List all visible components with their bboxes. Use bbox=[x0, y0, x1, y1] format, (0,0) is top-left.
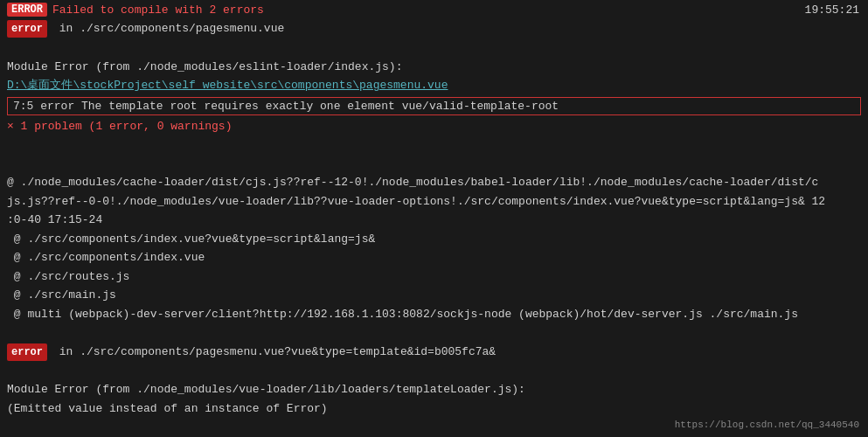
blank-line-2 bbox=[0, 135, 868, 155]
error-detail-box: 7:5 error The template root requires exa… bbox=[7, 97, 861, 115]
module-error-line: Module Error (from ./node_modules/eslint… bbox=[0, 58, 868, 77]
stack-line-2: :0-40 17:15-24 bbox=[0, 211, 868, 230]
timestamp: 19:55:21 bbox=[805, 3, 859, 17]
terminal-window: ERROR Failed to compile with 2 errors 19… bbox=[0, 0, 868, 437]
file-path: D:\桌面文件\stockProject\self_website\src\co… bbox=[7, 77, 448, 94]
stack-line-0: @ ./node_modules/cache-loader/dist/cjs.j… bbox=[0, 173, 868, 192]
blank-line-3 bbox=[0, 155, 868, 174]
top-error-bar: ERROR Failed to compile with 2 errors 19… bbox=[0, 0, 868, 19]
stack-line-5: @ ./src/routes.js bbox=[0, 267, 868, 287]
stack-line-4: @ ./src/components/index.vue bbox=[0, 248, 868, 267]
module-error-line-2: Module Error (from ./node_modules/vue-lo… bbox=[0, 380, 868, 399]
error-line-1: error in ./src/components/pagesmenu.vue bbox=[0, 19, 868, 38]
top-error-text: Failed to compile with 2 errors bbox=[52, 3, 264, 17]
module-error-text: Module Error (from ./node_modules/eslint… bbox=[7, 59, 402, 76]
error-text-1: in ./src/components/pagesmenu.vue bbox=[52, 20, 284, 38]
error-badge-2: error bbox=[7, 343, 47, 361]
x-problem-text: × 1 problem (1 error, 0 warnings) bbox=[7, 118, 232, 135]
stack-line-7: @ multi (webpack)-dev-server/client?http… bbox=[0, 305, 868, 324]
emitted-text: (Emitted value instead of an instance of… bbox=[7, 400, 328, 418]
stack-line-6: @ ./src/main.js bbox=[0, 286, 868, 305]
stack-line-1: js.js??ref--0-0!./node_modules/vue-loade… bbox=[0, 192, 868, 212]
x-problem-line: × 1 problem (1 error, 0 warnings) bbox=[0, 117, 868, 136]
file-path-line: D:\桌面文件\stockProject\self_website\src\co… bbox=[0, 76, 868, 95]
emitted-line: (Emitted value instead of an instance of… bbox=[0, 399, 868, 419]
error-badge-1: error bbox=[7, 20, 47, 38]
url-text: https://blog.csdn.net/qq_3440540 bbox=[675, 420, 859, 430]
blank-line-5 bbox=[0, 362, 868, 381]
module-error-text-2: Module Error (from ./node_modules/vue-lo… bbox=[7, 381, 525, 399]
error-badge-top: ERROR bbox=[7, 3, 47, 17]
blank-line-1 bbox=[0, 38, 868, 58]
error-text-2: in ./src/components/pagesmenu.vue?vue&ty… bbox=[52, 343, 496, 361]
bottom-url: https://blog.csdn.net/qq_3440540 bbox=[675, 420, 859, 430]
error-box-text: 7:5 error The template root requires exa… bbox=[13, 100, 559, 113]
error-line-2: error in ./src/components/pagesmenu.vue?… bbox=[0, 343, 868, 362]
blank-line-4 bbox=[0, 323, 868, 343]
stack-line-3: @ ./src/components/index.vue?vue&type=sc… bbox=[0, 230, 868, 249]
